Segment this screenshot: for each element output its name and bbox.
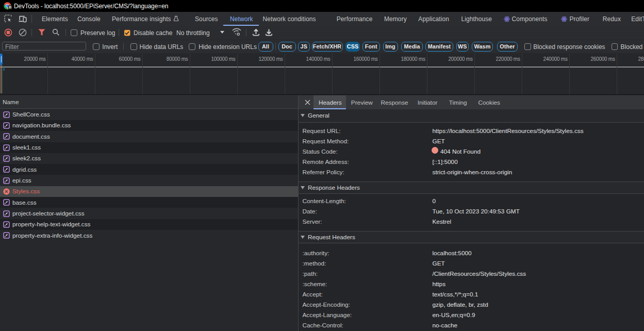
svg-text:D: D [9, 6, 11, 9]
